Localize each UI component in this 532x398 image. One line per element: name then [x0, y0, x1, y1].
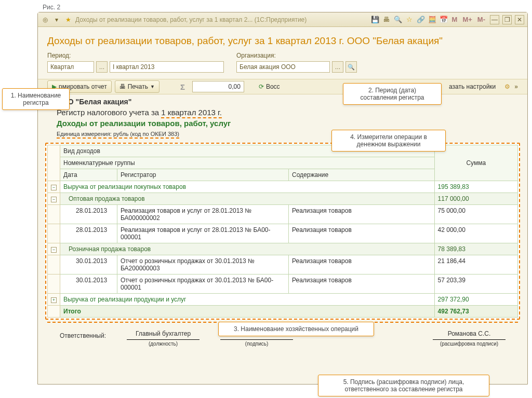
col-nomgroup: Номенклатурные группы: [60, 157, 435, 169]
sum-display: 0,00: [192, 81, 244, 92]
header-period-underline: 1 квартал 2013 г.: [161, 108, 222, 118]
header-register-line: Регистр налогового учета за 1 квартал 20…: [57, 108, 520, 117]
subgroup-row[interactable]: − Розничная продажа товаров 78 389,83: [48, 243, 518, 255]
grid-header-row1: Вид доходов Сумма: [48, 145, 518, 157]
mem-mminus[interactable]: M-: [476, 16, 487, 23]
app-icon: ◎: [41, 16, 49, 24]
restore-settings-button[interactable]: ⟳ Восс: [255, 80, 284, 93]
callout-1: 1. Наименование регистра: [2, 88, 70, 110]
report-header: ООО "Белая акация" Регистр налогового уч…: [45, 98, 520, 128]
cell-date: 28.01.2013: [60, 224, 117, 243]
col-date: Дата: [60, 169, 117, 181]
back-icon[interactable]: ▾: [52, 16, 61, 24]
settings-icon[interactable]: ⚙: [503, 83, 511, 91]
sign-name-value: Романова С.С.: [433, 330, 506, 339]
subgroup-name: Оптовая продажа товаров: [60, 193, 435, 205]
total-row: Итого 492 762,73: [48, 306, 518, 318]
sign-position-caption: (должность): [127, 339, 200, 347]
header-org: ООО "Белая акация": [57, 98, 520, 106]
callout-2: 2. Период (дата) составления регистра: [343, 83, 442, 105]
total-label: Итого: [60, 306, 435, 318]
callout-4-line1: 4. Измерители операции в: [337, 133, 440, 141]
mem-m[interactable]: M: [450, 16, 459, 23]
tree-column: [48, 145, 60, 181]
responsible-label: Ответственный:: [60, 332, 106, 347]
close-button[interactable]: ✕: [515, 15, 524, 24]
printer-icon: 🖶: [119, 83, 126, 90]
data-row[interactable]: 28.01.2013 Реализация товаров и услуг от…: [48, 224, 518, 243]
unit-line: Единица измерения: рубль (код по ОКЕИ 38…: [57, 131, 179, 139]
report-title: Доходы от реализации товаров, работ, усл…: [38, 27, 527, 52]
period-value-input[interactable]: I квартал 2013: [110, 61, 224, 73]
total-sum: 492 762,73: [434, 306, 517, 318]
window-title: Доходы от реализации товаров, работ, усл…: [75, 16, 367, 23]
cell-registrator: Реализация товаров и услуг от 28.01.2013…: [117, 224, 289, 243]
cell-date: 28.01.2013: [60, 205, 117, 224]
print-button[interactable]: 🖶 Печать ▼: [115, 80, 159, 93]
subgroup-name: Розничная продажа товаров: [60, 243, 435, 255]
callout-3-text: 3. Наименование хозяйственных операций: [234, 325, 358, 333]
cell-content: Реализация товаров: [289, 205, 435, 224]
period-type-picker[interactable]: …: [96, 61, 108, 73]
org-picker[interactable]: …: [332, 61, 343, 73]
report-toolbar: ▶ рмировать отчет 🖶 Печать ▼ Σ 0,00 ⟳ Во…: [38, 79, 527, 94]
sigma-icon[interactable]: Σ: [176, 80, 189, 93]
cell-registrator: Отчет о розничных продажах от 30.01.2013…: [117, 255, 289, 275]
callout-2-line1: 2. Период (дата): [349, 87, 436, 94]
cell-content: Реализация товаров: [289, 224, 435, 243]
subgroup-sum: 78 389,83: [434, 243, 517, 255]
titlebar: ◎ ▾ ★ Доходы от реализации товаров, рабо…: [38, 12, 527, 27]
sign-name: Романова С.С. (расшифровка подписи): [433, 330, 506, 347]
restore-label: Восс: [266, 83, 280, 90]
save-icon[interactable]: 💾: [370, 15, 380, 24]
mem-mplus[interactable]: M+: [461, 16, 473, 23]
period-type-input[interactable]: Квартал: [47, 61, 94, 73]
fav-icon[interactable]: ☆: [405, 15, 414, 24]
col-registrator: Регистратор: [117, 169, 289, 181]
group-sum: 195 389,83: [434, 181, 517, 193]
org-search-icon[interactable]: 🔍: [345, 61, 357, 73]
data-grid: Вид доходов Сумма Номенклатурные группы …: [47, 145, 518, 318]
star-icon[interactable]: ★: [64, 16, 72, 24]
group-row[interactable]: + Выручка от реализации продукции и услу…: [48, 294, 518, 306]
calendar-icon[interactable]: 📅: [439, 15, 448, 24]
org-input[interactable]: Белая акация ООО: [236, 61, 330, 73]
expand-toolbar-icon[interactable]: »: [514, 83, 518, 90]
callout-5: 5. Подпись (расшифровка подписи) лица, о…: [318, 375, 489, 396]
subgroup-row[interactable]: − Оптовая продажа товаров 117 000,00: [48, 193, 518, 205]
data-grid-wrapper: Вид доходов Сумма Номенклатурные группы …: [45, 143, 520, 320]
group-row[interactable]: − Выручка от реализации покупных товаров…: [48, 181, 518, 193]
filters-bar: Период: Квартал … I квартал 2013 Организ…: [38, 52, 527, 75]
data-row[interactable]: 28.01.2013 Реализация товаров и услуг от…: [48, 205, 518, 224]
header-line2a: Регистр налогового учета за: [57, 108, 159, 117]
link-icon[interactable]: 🔗: [416, 15, 425, 24]
expand-icon[interactable]: +: [51, 297, 57, 303]
collapse-icon[interactable]: −: [51, 197, 57, 202]
cell-sum: 75 000,00: [434, 205, 517, 224]
data-row[interactable]: 30.01.2013 Отчет о розничных продажах от…: [48, 275, 518, 294]
group-name: Выручка от реализации покупных товаров: [60, 181, 435, 193]
collapse-icon[interactable]: −: [51, 247, 57, 253]
restore-button[interactable]: ❐: [502, 15, 512, 24]
period-filter: Период: Квартал … I квартал 2013: [47, 52, 224, 73]
print-label: Печать: [128, 83, 148, 90]
cell-sum: 57 203,39: [434, 275, 517, 294]
print-icon[interactable]: 🖶: [382, 15, 391, 24]
collapse-icon[interactable]: −: [51, 185, 57, 190]
cell-content: Реализация товаров: [289, 255, 435, 275]
refresh-icon: ⟳: [259, 83, 264, 90]
data-row[interactable]: 30.01.2013 Отчет о розничных продажах от…: [48, 255, 518, 275]
minimize-button[interactable]: —: [490, 15, 499, 24]
calc-icon[interactable]: 🧮: [428, 15, 437, 24]
show-settings-label: азать настройки: [449, 83, 496, 90]
col-content: Содержание: [289, 169, 435, 181]
preview-icon[interactable]: 🔍: [393, 15, 403, 24]
report-body: ООО "Белая акация" Регистр налогового уч…: [38, 94, 527, 359]
show-settings-button[interactable]: азать настройки: [445, 80, 500, 93]
callout-1-text: 1. Наименование регистра: [11, 92, 61, 106]
titlebar-tools: 💾 🖶 🔍 ☆ 🔗 🧮 📅 M M+ M- — ❐ ✕: [370, 15, 524, 24]
org-label: Организация:: [236, 52, 357, 59]
figure-caption: Рис. 2: [43, 4, 60, 11]
header-report-name: Доходы от реализации товаров, работ, усл…: [57, 119, 520, 128]
cell-registrator: Отчет о розничных продажах от 30.01.2013…: [117, 275, 289, 294]
